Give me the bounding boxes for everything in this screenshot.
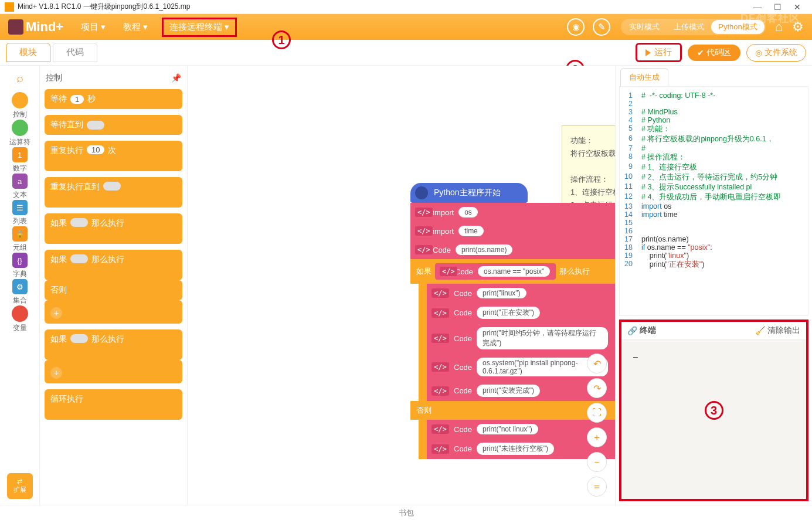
mode-switch: 实时模式 上传模式 Python模式 <box>621 19 765 35</box>
fit-icon[interactable]: ⛶ <box>587 403 607 423</box>
code-line: 18 if os.name == "posix": <box>620 243 808 251</box>
code-block[interactable]: Codeprint(os.name) <box>410 240 615 259</box>
extensions-button[interactable]: ⇄扩展 <box>7 473 33 499</box>
minimize-button[interactable]: — <box>748 2 767 12</box>
code-block[interactable]: Codeprint("not linux") <box>419 420 615 439</box>
code-block[interactable]: Codeprint("linux") <box>419 284 615 303</box>
category-数字[interactable]: 1数字 <box>9 147 30 174</box>
callout-1: 1 <box>272 30 291 49</box>
titlebar: Mind+ V1.8.1 RC1.0 一键升级pinpong到0.6.1_102… <box>0 0 812 14</box>
code-line: 1 # -*- coding: UTF-8 -*- <box>620 91 808 100</box>
canvas-controls: ↶ ↷ ⛶ ＋ － ＝ <box>587 354 607 497</box>
category-变量[interactable]: 变量 <box>9 305 30 333</box>
code-tab-autogen[interactable]: 自动生成 <box>620 68 668 86</box>
app-icon <box>5 2 14 12</box>
reset-zoom-icon[interactable]: ＝ <box>587 477 607 497</box>
run-button[interactable]: 运行 <box>636 43 682 62</box>
palette-block[interactable]: 等待直到 <box>45 115 182 135</box>
terminal-title: 🔗终端 <box>627 325 656 336</box>
palette-block[interactable]: 如果那么执行 <box>45 329 182 360</box>
window-title: Mind+ V1.8.1 RC1.0 一键升级pinpong到0.6.1_102… <box>18 2 748 12</box>
menu-project[interactable]: 项目 ▾ <box>77 19 109 35</box>
code-line: 9 # 1、连接行空板 <box>620 162 808 172</box>
category-控制[interactable]: 控制 <box>9 92 30 120</box>
palette-block[interactable]: 如果那么执行 <box>45 213 182 244</box>
settings-icon[interactable]: ⚙ <box>792 19 804 35</box>
pin-icon[interactable]: 📌 <box>171 73 181 83</box>
category-运算符[interactable]: 运算符 <box>9 120 30 147</box>
code-block[interactable]: Codeprint("正在安装") <box>419 303 615 323</box>
code-block[interactable]: Codeprint("安装完成") <box>419 380 615 401</box>
palette-title: 控制 <box>46 73 62 83</box>
logo: Mind+ <box>8 19 63 35</box>
broom-icon: 🧹 <box>755 326 765 335</box>
filesystem-button[interactable]: ◎ 文件系统 <box>746 44 806 62</box>
right-panel: 自动生成 1 # -*- coding: UTF-8 -*-2 3 # Mind… <box>615 66 812 505</box>
terminal-output: – 3 <box>621 340 806 499</box>
code-line: 12 # 4、升级成功后，手动断电重启行空板即 <box>620 192 808 202</box>
code-block[interactable]: Codeprint("时间约5分钟，请等待程序运行完成") <box>419 323 615 354</box>
palette-block[interactable]: 如果那么执行 <box>45 250 182 280</box>
menu-connect-remote[interactable]: 连接远程终端 ▾ <box>162 18 237 37</box>
maximize-button[interactable]: ☐ <box>767 2 787 12</box>
mode-upload[interactable]: 上传模式 <box>667 20 711 34</box>
code-block[interactable]: importtime <box>410 222 615 240</box>
code-line: 8 # 操作流程： <box>620 152 808 162</box>
code-line: 13 import os <box>620 202 808 210</box>
code-line: 14 import time <box>620 210 808 219</box>
toolbar: 模块 代码 运行 ✔ 代码区 ◎ 文件系统 <box>0 40 812 66</box>
category-集合[interactable]: ⚙集合 <box>9 279 30 305</box>
code-line: 6 # 将行空板板载的pinpong升级为0.6.1， <box>620 134 808 144</box>
category-文本[interactable]: a文本 <box>9 174 30 200</box>
category-字典[interactable]: {}字典 <box>9 253 30 279</box>
link-icon: 🔗 <box>627 326 637 335</box>
code-block[interactable]: importos <box>410 203 615 222</box>
mode-python[interactable]: Python模式 <box>711 20 764 34</box>
category-列表[interactable]: ☰列表 <box>9 200 30 226</box>
code-block[interactable]: Codeos.system("pip install pinpong-0.6.1… <box>419 354 615 380</box>
code-line: 7 # <box>620 144 808 152</box>
code-line: 2 <box>620 100 808 108</box>
script-stack[interactable]: Python主程序开始 importosimporttimeCodeprint(… <box>410 183 615 459</box>
clear-output-button[interactable]: 🧹清除输出 <box>755 325 800 336</box>
home-icon[interactable]: ⌂ <box>775 19 783 35</box>
mode-realtime[interactable]: 实时模式 <box>622 20 667 34</box>
undo-icon[interactable]: ↶ <box>587 354 607 373</box>
codezone-button[interactable]: ✔ 代码区 <box>688 45 740 61</box>
canvas[interactable]: ✕ 功能：将行空板板载的pinpong升级为0.6.1，无需联网 操作流程：1、… <box>188 66 615 505</box>
callout-3: 3 <box>705 401 723 420</box>
zoom-out-icon[interactable]: － <box>587 452 607 472</box>
code-block[interactable]: Codeprint("未连接行空板") <box>419 439 615 459</box>
tab-code[interactable]: 代码 <box>53 43 97 62</box>
dashboard-icon[interactable]: ◉ <box>567 18 585 36</box>
tab-blocks[interactable]: 模块 <box>6 43 50 62</box>
menubar: Mind+ 项目 ▾ 教程 ▾ 连接远程终端 ▾ ◉ ✎ 实时模式 上传模式 P… <box>0 14 812 40</box>
search-icon[interactable]: ⌕ <box>16 72 23 85</box>
code-line: 17 print(os.name) <box>620 235 808 243</box>
hat-block[interactable]: Python主程序开始 <box>410 183 528 203</box>
menu-tutorial[interactable]: 教程 ▾ <box>120 19 151 35</box>
code-line: 10 # 2、点击运行，等待运行完成，约5分钟 <box>620 172 808 182</box>
edit-icon[interactable]: ✎ <box>593 18 610 36</box>
if-block[interactable]: 如果Codeos.name == "posix"那么执行 <box>410 259 615 284</box>
category-nav: ⌕ 控制运算符1数字a文本☰列表🔒元组{}字典⚙集合变量 ⇄扩展 <box>0 66 40 505</box>
palette-block[interactable]: 循环执行 <box>45 389 182 420</box>
else-block[interactable]: 否则 <box>410 401 615 420</box>
palette-block[interactable]: 重复执行10次 <box>45 141 182 171</box>
play-icon <box>645 49 651 56</box>
palette-block[interactable]: 等待1秒 <box>45 89 182 109</box>
footer[interactable]: 书包 <box>0 505 812 520</box>
code-line: 20 print("正在安装") <box>620 260 808 270</box>
code-line: 19 print("linux") <box>620 251 808 260</box>
zoom-in-icon[interactable]: ＋ <box>587 427 607 447</box>
redo-icon[interactable]: ↷ <box>587 378 607 398</box>
code-view: 1 # -*- coding: UTF-8 -*-2 3 # MindPlus4… <box>619 86 808 316</box>
code-line: 4 # Python <box>620 116 808 124</box>
code-line: 3 # MindPlus <box>620 108 808 116</box>
palette-block[interactable]: 重复执行直到 <box>45 177 182 208</box>
code-line: 16 <box>620 227 808 235</box>
category-元组[interactable]: 🔒元组 <box>9 226 30 253</box>
code-line: 11 # 3、提示Successfully installed pi <box>620 182 808 192</box>
code-line: 15 <box>620 219 808 227</box>
close-button[interactable]: ✕ <box>787 2 807 12</box>
